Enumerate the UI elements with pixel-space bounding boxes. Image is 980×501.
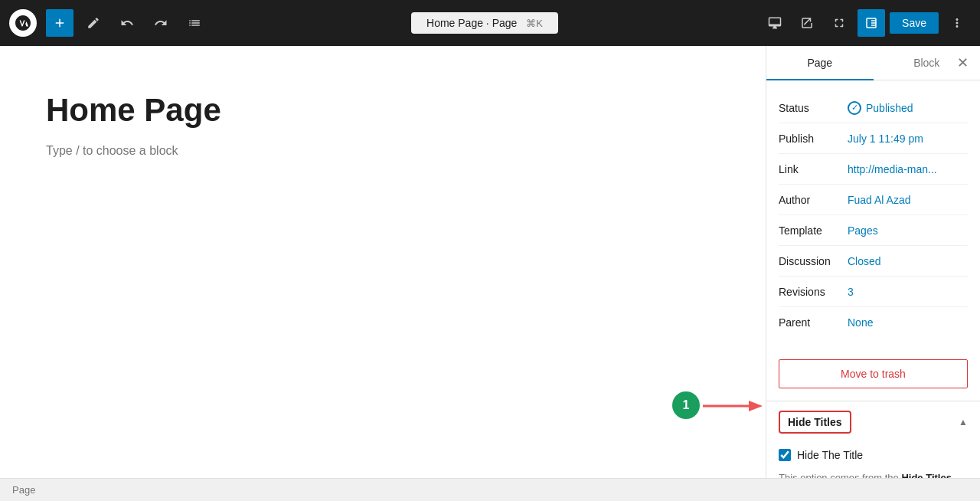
meta-row-author: Author Fuad Al Azad: [779, 185, 968, 215]
meta-label-link: Link: [779, 163, 848, 175]
save-button[interactable]: Save: [890, 12, 939, 34]
meta-row-template: Template Pages: [779, 215, 968, 246]
hide-title-checkbox-row: Hide The Title: [779, 449, 968, 461]
collapse-icon: ▲: [959, 417, 968, 427]
annotation-arrow: [703, 398, 764, 414]
meta-value-template[interactable]: Pages: [848, 224, 878, 237]
status-check-icon: ✓: [848, 101, 861, 115]
sidebar-close-button[interactable]: ✕: [951, 51, 974, 74]
status-text: Published: [866, 102, 913, 114]
meta-label-revisions: Revisions: [779, 286, 848, 298]
undo-button[interactable]: [113, 9, 141, 37]
status-bar: Page: [0, 478, 980, 501]
plugin-note-strong: Hide Titles: [901, 472, 952, 478]
sidebar-tabs: Page Block ✕: [766, 46, 980, 80]
toolbar-center: Home Page · Page ⌘K: [214, 12, 755, 34]
external-link-button[interactable]: [793, 9, 821, 37]
meta-value-status[interactable]: ✓ Published: [848, 101, 913, 115]
toolbar-right: Save: [761, 9, 971, 37]
meta-row-parent: Parent None: [779, 307, 968, 338]
toolbar: Home Page · Page ⌘K Save: [0, 0, 980, 46]
editor-page-title[interactable]: Home Page: [46, 92, 720, 129]
svg-marker-1: [749, 401, 763, 411]
hide-titles-body: Hide The Title This option comes from th…: [766, 443, 980, 478]
add-block-button[interactable]: [46, 9, 74, 37]
hide-titles-label: Hide Titles: [788, 416, 842, 428]
meta-row-revisions: Revisions 3: [779, 277, 968, 307]
meta-value-revisions[interactable]: 3: [848, 286, 854, 298]
meta-value-parent[interactable]: None: [848, 316, 873, 329]
shortcut-label: ⌘K: [526, 18, 543, 29]
meta-row-link: Link http://media-man...: [779, 154, 968, 185]
meta-value-author[interactable]: Fuad Al Azad: [848, 194, 911, 206]
meta-value-publish[interactable]: July 1 11:49 pm: [848, 133, 923, 145]
meta-value-discussion[interactable]: Closed: [848, 255, 881, 267]
hide-titles-header[interactable]: Hide Titles ▲: [766, 401, 980, 443]
tab-page[interactable]: Page: [766, 46, 874, 80]
sidebar-content: Status ✓ Published Publish July 1 11:49 …: [766, 80, 980, 478]
desktop-view-button[interactable]: [761, 9, 789, 37]
move-to-trash-button[interactable]: Move to trash: [779, 359, 968, 388]
meta-section: Status ✓ Published Publish July 1 11:49 …: [766, 80, 980, 350]
meta-value-link[interactable]: http://media-man...: [848, 163, 937, 175]
meta-label-publish: Publish: [779, 133, 848, 145]
meta-label-author: Author: [779, 194, 848, 206]
meta-row-publish: Publish July 1 11:49 pm: [779, 123, 968, 154]
main-area: Home Page Type / to choose a block Page …: [0, 46, 980, 478]
meta-row-discussion: Discussion Closed: [779, 246, 968, 277]
redo-button[interactable]: [147, 9, 175, 37]
more-options-button[interactable]: [943, 9, 971, 37]
current-page-label: Home Page · Page: [426, 17, 517, 29]
status-bar-label: Page: [12, 484, 35, 496]
edit-tool-button[interactable]: [80, 9, 107, 37]
hide-title-checkbox-label[interactable]: Hide The Title: [797, 449, 863, 461]
editor-area[interactable]: Home Page Type / to choose a block: [0, 46, 766, 478]
sidebar-toggle-button[interactable]: [858, 9, 885, 37]
sidebar: Page Block ✕ Status ✓ Published Publish …: [766, 46, 980, 478]
meta-row-status: Status ✓ Published: [779, 93, 968, 123]
annotation-number: 1: [672, 391, 700, 419]
hide-titles-section: Hide Titles ▲ Hide The Title This option…: [766, 401, 980, 478]
meta-label-parent: Parent: [779, 316, 848, 329]
list-view-button[interactable]: [181, 9, 208, 37]
wp-logo: [9, 9, 37, 37]
meta-label-discussion: Discussion: [779, 255, 848, 267]
fullscreen-button[interactable]: [825, 9, 853, 37]
plugin-note: This option comes from the Hide Titles p…: [779, 470, 968, 478]
hide-titles-label-wrapper: Hide Titles: [779, 411, 851, 434]
meta-label-status: Status: [779, 102, 848, 114]
hide-title-checkbox[interactable]: [779, 449, 791, 461]
meta-label-template: Template: [779, 224, 848, 237]
editor-placeholder[interactable]: Type / to choose a block: [46, 144, 720, 158]
page-title-bar[interactable]: Home Page · Page ⌘K: [411, 12, 558, 34]
